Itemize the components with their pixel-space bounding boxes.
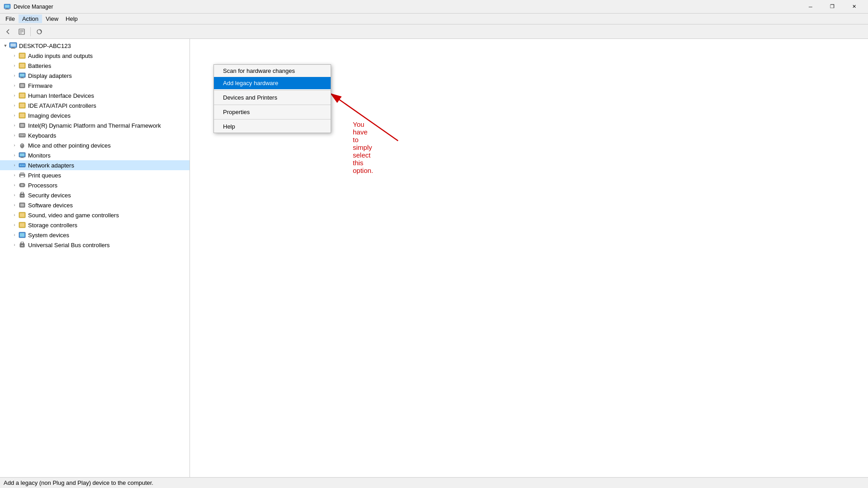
dropdown-separator-1 — [214, 90, 331, 91]
menu-file[interactable]: File — [2, 14, 19, 23]
storage-icon — [18, 221, 26, 229]
tree-item-audio[interactable]: › Audio inputs and outputs — [0, 51, 190, 61]
svg-rect-35 — [24, 134, 25, 135]
tree-item-usb[interactable]: › Universal Serial Bus controllers — [0, 240, 190, 250]
toolbar-separator — [30, 27, 31, 36]
svg-rect-33 — [21, 134, 22, 135]
intel-icon — [18, 122, 26, 129]
svg-rect-37 — [21, 135, 24, 136]
restore-button[interactable]: ❐ — [822, 0, 843, 14]
svg-rect-34 — [23, 134, 24, 135]
tree-root[interactable]: ▼ DESKTOP-ABC123 — [0, 41, 190, 51]
tree-item-imaging[interactable]: › Imaging devices — [0, 110, 190, 120]
usb-icon — [18, 241, 26, 249]
intel-chevron: › — [11, 122, 18, 129]
svg-rect-51 — [20, 176, 24, 177]
tree-item-mice[interactable]: › Mice and other pointing devices — [0, 140, 190, 150]
tree-item-hid[interactable]: › Human Interface Devices — [0, 91, 190, 100]
main-area: ▼ DESKTOP-ABC123 › Audio inputs and outp… — [0, 39, 868, 477]
monitors-label: Monitors — [28, 152, 51, 159]
print-icon — [18, 172, 26, 179]
menu-help[interactable]: Help — [62, 14, 81, 23]
network-label: Network adapters — [28, 162, 74, 169]
tree-item-processors[interactable]: › Processors — [0, 180, 190, 190]
svg-rect-50 — [20, 172, 24, 174]
dropdown-scan[interactable]: Scan for hardware changes — [214, 65, 331, 77]
tree-item-network[interactable]: › Network adapters — [0, 160, 190, 170]
keyboards-label: Keyboards — [28, 132, 56, 139]
menu-view[interactable]: View — [42, 14, 62, 23]
title-bar-left: Device Manager — [4, 3, 53, 10]
tree-item-firmware[interactable]: › Firmware — [0, 81, 190, 91]
processors-icon — [18, 182, 26, 189]
root-label: DESKTOP-ABC123 — [19, 43, 71, 49]
svg-rect-68 — [20, 223, 24, 227]
tree-panel[interactable]: ▼ DESKTOP-ABC123 › Audio inputs and outp… — [0, 39, 190, 477]
svg-rect-42 — [20, 153, 24, 156]
back-button[interactable] — [2, 26, 14, 38]
tree-item-print[interactable]: › Print queues — [0, 170, 190, 180]
audio-chevron: › — [11, 52, 18, 59]
action-dropdown-menu: Scan for hardware changes Add legacy har… — [213, 64, 331, 133]
mice-label: Mice and other pointing devices — [28, 142, 111, 149]
firmware-chevron: › — [11, 82, 18, 89]
svg-rect-20 — [20, 78, 24, 78]
storage-chevron: › — [11, 221, 18, 229]
imaging-label: Imaging devices — [28, 112, 71, 119]
intel-label: Intel(R) Dynamic Platform and Thermal Fr… — [28, 122, 161, 129]
display-icon — [18, 72, 26, 79]
firmware-icon — [18, 82, 26, 89]
dropdown-add-legacy[interactable]: Add legacy hardware — [214, 77, 331, 89]
tree-item-storage[interactable]: › Storage controllers — [0, 220, 190, 230]
svg-rect-10 — [10, 43, 16, 47]
svg-rect-38 — [24, 135, 25, 136]
tree-item-display[interactable]: › Display adapters — [0, 71, 190, 81]
keyboards-chevron: › — [11, 132, 18, 139]
tree-item-system[interactable]: › System devices — [0, 230, 190, 240]
sound-chevron: › — [11, 211, 18, 219]
svg-rect-30 — [20, 124, 24, 127]
status-text: Add a legacy (non Plug and Play) device … — [4, 479, 153, 486]
display-chevron: › — [11, 72, 18, 79]
tree-item-sound[interactable]: › Sound, video and game controllers — [0, 210, 190, 220]
software-chevron: › — [11, 201, 18, 209]
dropdown-properties[interactable]: Properties — [214, 106, 331, 118]
menu-action[interactable]: Action — [19, 14, 42, 23]
svg-rect-16 — [20, 64, 24, 67]
ide-chevron: › — [11, 102, 18, 109]
print-chevron: › — [11, 172, 18, 179]
dropdown-devices-printers[interactable]: Devices and Printers — [214, 91, 331, 104]
batteries-label: Batteries — [28, 62, 51, 69]
tree-item-keyboards[interactable]: › Keyboards — [0, 130, 190, 140]
tree-item-batteries[interactable]: › Batteries — [0, 61, 190, 71]
keyboards-icon — [18, 132, 26, 139]
dropdown-separator-2 — [214, 105, 331, 105]
dropdown-help[interactable]: Help — [214, 120, 331, 133]
tree-item-ide[interactable]: › IDE ATA/ATAPI controllers — [0, 100, 190, 110]
window-title: Device Manager — [14, 4, 53, 10]
tree-item-software[interactable]: › Software devices — [0, 200, 190, 210]
svg-point-48 — [24, 165, 25, 166]
app-icon — [4, 3, 11, 10]
properties-toolbar-button[interactable] — [15, 26, 28, 38]
close-button[interactable]: ✕ — [844, 0, 864, 14]
tree-item-intel[interactable]: › Intel(R) Dynamic Platform and Thermal … — [0, 120, 190, 130]
svg-rect-66 — [20, 213, 24, 217]
svg-point-46 — [20, 165, 21, 166]
status-bar: Add a legacy (non Plug and Play) device … — [0, 477, 868, 488]
system-chevron: › — [11, 231, 18, 239]
svg-rect-36 — [20, 135, 21, 136]
dropdown-separator-3 — [214, 119, 331, 120]
scan-hardware-button[interactable] — [33, 26, 46, 38]
security-label: Security devices — [28, 192, 71, 199]
tree-item-monitors[interactable]: › Monitors — [0, 150, 190, 160]
print-label: Print queues — [28, 172, 61, 179]
software-icon — [18, 201, 26, 209]
minimize-button[interactable]: ─ — [800, 0, 821, 14]
root-chevron: ▼ — [2, 42, 9, 49]
processors-chevron: › — [11, 182, 18, 189]
svg-point-47 — [22, 165, 23, 166]
tree-item-security[interactable]: › Security devices — [0, 190, 190, 200]
svg-line-75 — [330, 93, 398, 141]
storage-label: Storage controllers — [28, 222, 77, 229]
